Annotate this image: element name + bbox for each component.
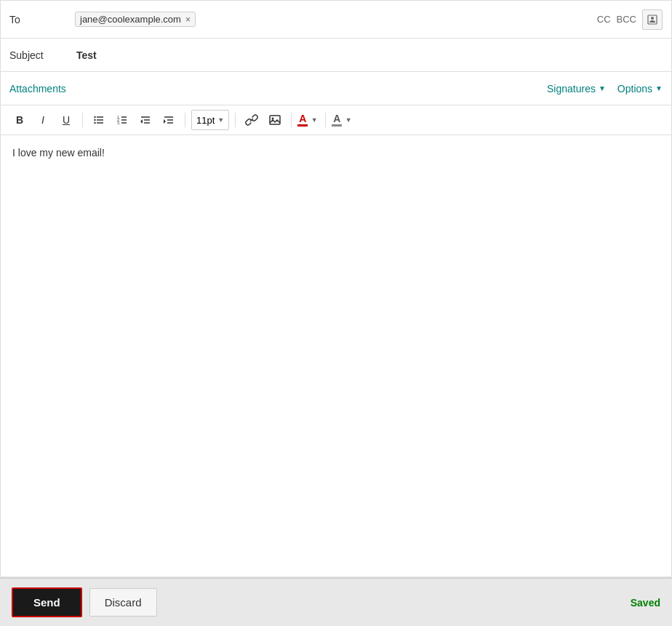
- to-actions: CC BCC: [597, 9, 663, 30]
- highlight-color-dropdown-button[interactable]: ▼: [343, 110, 353, 130]
- saved-status: Saved: [631, 597, 660, 609]
- svg-point-3: [94, 119, 95, 121]
- discard-button[interactable]: Discard: [89, 588, 157, 617]
- svg-point-2: [94, 116, 95, 118]
- svg-point-1: [651, 17, 654, 20]
- indent-decrease-icon: [140, 114, 151, 126]
- insert-link-button[interactable]: [241, 110, 262, 130]
- font-size-selector[interactable]: 11pt ▼: [191, 110, 229, 130]
- action-bar: Send Discard Saved: [0, 578, 672, 626]
- unordered-list-button[interactable]: [89, 110, 109, 130]
- to-label: To: [9, 14, 75, 25]
- toolbar-separator-5: [325, 113, 326, 127]
- image-icon: [268, 113, 281, 127]
- attachments-button[interactable]: Attachments: [9, 83, 66, 95]
- ordered-list-button[interactable]: 1. 2. 3.: [112, 110, 132, 130]
- font-color-dropdown-button[interactable]: ▼: [309, 110, 319, 130]
- subject-label: Subject: [9, 49, 75, 61]
- bcc-link[interactable]: BCC: [617, 14, 636, 25]
- highlight-color-button[interactable]: A: [332, 110, 342, 130]
- font-color-bar: [297, 124, 308, 127]
- body-text: I love my new email!: [12, 147, 105, 158]
- toolbar-separator-2: [185, 113, 185, 127]
- svg-rect-22: [270, 116, 280, 124]
- font-color-button[interactable]: A: [297, 110, 308, 130]
- toolbar-separator-3: [235, 113, 236, 127]
- signatures-dropdown-icon: ▼: [599, 84, 606, 92]
- remove-recipient-button[interactable]: ×: [185, 15, 191, 25]
- highlight-letter: A: [333, 113, 340, 124]
- toolbar-separator-4: [291, 113, 292, 127]
- highlight-color-wrapper: A ▼: [332, 110, 353, 130]
- subject-input[interactable]: [75, 47, 663, 64]
- to-row: To jane@coolexample.com × CC BCC: [1, 1, 671, 39]
- svg-marker-17: [140, 119, 143, 124]
- options-dropdown-icon: ▼: [655, 84, 663, 92]
- recipient-email: jane@coolexample.com: [80, 14, 181, 25]
- send-button[interactable]: Send: [12, 587, 82, 617]
- underline-button[interactable]: U: [56, 110, 76, 130]
- font-color-letter: A: [299, 113, 306, 124]
- bold-button[interactable]: B: [9, 110, 30, 130]
- toolbar-separator-1: [82, 113, 83, 127]
- sig-options-area: Signatures ▼ Options ▼: [547, 83, 663, 95]
- options-label: Options: [617, 83, 652, 95]
- indent-decrease-button[interactable]: [135, 110, 156, 130]
- italic-button[interactable]: I: [33, 110, 53, 130]
- font-color-wrapper: A ▼: [297, 110, 319, 130]
- link-icon: [245, 113, 258, 127]
- font-size-arrow-icon: ▼: [217, 116, 224, 124]
- to-recipients-area[interactable]: jane@coolexample.com ×: [75, 12, 590, 27]
- font-size-value: 11pt: [196, 115, 215, 126]
- subject-row: Subject: [1, 39, 671, 72]
- highlight-color-bar: [332, 124, 342, 127]
- attach-sig-row: Attachments Signatures ▼ Options ▼: [1, 72, 671, 105]
- options-button[interactable]: Options ▼: [617, 83, 663, 95]
- signatures-button[interactable]: Signatures ▼: [547, 83, 606, 95]
- cc-link[interactable]: CC: [597, 14, 611, 25]
- insert-image-button[interactable]: [265, 110, 285, 130]
- indent-increase-icon: [163, 114, 175, 126]
- recipient-tag[interactable]: jane@coolexample.com ×: [75, 12, 196, 27]
- formatting-toolbar: B I U 1. 2. 3.: [1, 105, 671, 135]
- indent-increase-button[interactable]: [159, 110, 179, 130]
- contacts-button[interactable]: [642, 9, 663, 30]
- list-ul-icon: [93, 114, 105, 126]
- contacts-icon: [647, 14, 658, 25]
- list-ol-icon: 1. 2. 3.: [116, 114, 128, 126]
- svg-marker-21: [164, 119, 166, 124]
- email-body-editor[interactable]: I love my new email!: [1, 135, 671, 577]
- svg-point-4: [94, 122, 95, 124]
- svg-text:3.: 3.: [117, 121, 120, 125]
- signatures-label: Signatures: [547, 83, 596, 95]
